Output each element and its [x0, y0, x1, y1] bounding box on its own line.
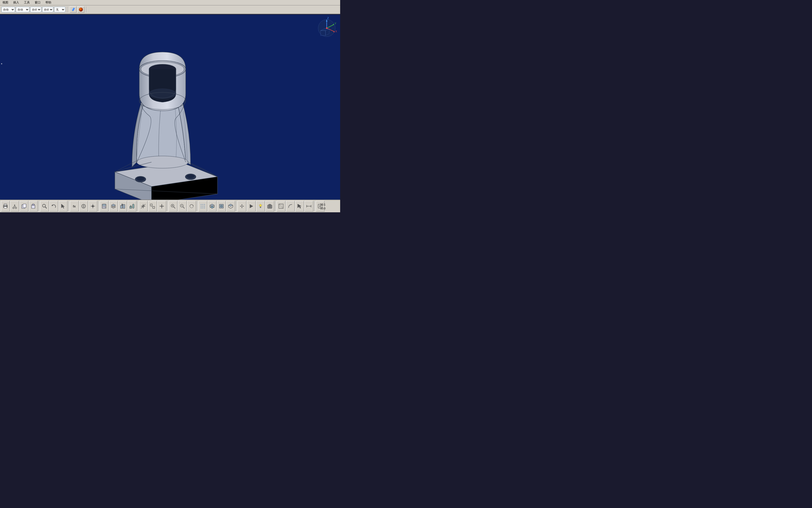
svg-marker-113	[159, 206, 160, 207]
copy-btn[interactable]	[19, 201, 28, 212]
svg-line-143	[231, 207, 233, 208]
auto-select-1[interactable]: 自动	[1, 7, 15, 12]
point-btn[interactable]	[89, 201, 97, 212]
menu-view[interactable]: 视图	[1, 0, 10, 5]
svg-rect-126	[204, 204, 205, 205]
dimension-tool-btn[interactable]	[304, 201, 313, 212]
none-select[interactable]: 无	[54, 7, 65, 12]
menu-insert[interactable]: 插入	[12, 0, 20, 5]
svg-rect-86	[104, 206, 105, 207]
svg-rect-104	[153, 206, 155, 208]
status-sep-2	[68, 201, 69, 211]
status-sep-4	[137, 201, 138, 211]
constraint-btn[interactable]	[286, 201, 295, 212]
feature-btn[interactable]	[118, 201, 127, 212]
lamp-btn[interactable]	[256, 201, 265, 212]
print-btn[interactable]	[1, 201, 10, 212]
grid2-btn[interactable]	[277, 201, 285, 212]
svg-point-53	[326, 28, 327, 29]
cursor-btn[interactable]	[59, 201, 67, 212]
neural-btn[interactable]	[79, 201, 88, 212]
svg-line-163	[279, 205, 282, 208]
viewport[interactable]: *	[0, 15, 340, 200]
move-btn[interactable]	[157, 201, 166, 212]
layers-btn[interactable]	[109, 201, 118, 212]
svg-rect-60	[4, 204, 7, 206]
rotate-btn[interactable]	[187, 201, 196, 212]
assembly-btn[interactable]	[128, 201, 136, 212]
svg-rect-128	[202, 206, 203, 207]
svg-line-142	[229, 207, 231, 208]
animate-btn[interactable]	[247, 201, 255, 212]
svg-point-152	[259, 204, 262, 207]
svg-marker-139	[229, 204, 233, 206]
status-sep-7	[236, 201, 237, 211]
sketch-btn[interactable]	[139, 201, 148, 212]
svg-rect-132	[204, 207, 205, 208]
svg-line-156	[258, 204, 258, 205]
zoom-fit-btn[interactable]	[169, 201, 177, 212]
auto-select-4[interactable]: 自动	[42, 7, 53, 12]
svg-line-66	[15, 205, 15, 207]
svg-marker-97	[130, 205, 132, 207]
svg-point-107	[161, 205, 162, 207]
svg-rect-127	[201, 206, 202, 207]
pointer-tool-btn[interactable]	[295, 201, 304, 212]
view3d-btn[interactable]	[208, 201, 217, 212]
svg-rect-93	[121, 205, 123, 208]
svg-point-3	[79, 8, 83, 11]
sphere-tool-btn[interactable]	[78, 6, 84, 13]
menu-window[interactable]: 窗口	[33, 0, 42, 5]
svg-text:Z: Z	[327, 17, 329, 19]
formula-btn[interactable]: fx	[70, 201, 79, 212]
svg-point-138	[221, 205, 222, 207]
menu-help[interactable]: 帮助	[44, 0, 53, 5]
svg-rect-88	[103, 207, 103, 208]
shading-btn[interactable]	[226, 201, 235, 212]
explode-btn[interactable]	[238, 201, 246, 212]
3d-model-container	[0, 15, 340, 200]
face-view-btn[interactable]	[217, 201, 226, 212]
svg-marker-151	[250, 204, 253, 208]
numbers-display: 10.1 10.0	[320, 203, 326, 210]
svg-line-65	[14, 205, 15, 207]
undo-btn[interactable]	[49, 201, 58, 212]
svg-rect-96	[130, 207, 132, 208]
svg-marker-171	[310, 206, 311, 207]
svg-point-34	[137, 156, 188, 168]
svg-rect-94	[123, 205, 125, 208]
cut-btn[interactable]	[10, 201, 19, 212]
svg-point-160	[269, 206, 271, 207]
svg-line-157	[262, 204, 263, 205]
toolbar-sep-mid	[86, 7, 87, 12]
zoom-out-btn[interactable]	[178, 201, 187, 212]
number-line1: 10.1	[320, 203, 326, 206]
coord-indicator: Z Y X	[316, 17, 335, 37]
svg-marker-146	[243, 206, 244, 207]
svg-point-38	[149, 89, 176, 98]
auto-select-2[interactable]: 自动	[16, 7, 29, 12]
svg-rect-61	[4, 207, 7, 208]
status-sep-3	[98, 201, 99, 211]
auto-select-3[interactable]: 自动	[30, 7, 41, 12]
menu-tools[interactable]: 工具	[22, 0, 31, 5]
calculator-btn[interactable]	[100, 201, 108, 212]
svg-marker-111	[161, 207, 162, 208]
svg-text:Y: Y	[335, 22, 336, 25]
svg-rect-130	[201, 207, 202, 208]
grid-btn[interactable]	[198, 201, 207, 212]
svg-rect-98	[133, 204, 134, 208]
status-sep-1	[39, 201, 39, 211]
svg-rect-131	[202, 207, 203, 208]
toolbar-top: 自动 自动 自动 自动 无	[0, 5, 340, 14]
paste-btn[interactable]	[29, 201, 38, 212]
svg-marker-150	[241, 207, 242, 208]
search-btn[interactable]	[40, 201, 49, 212]
menubar: 视图 插入 工具 窗口 帮助	[0, 0, 340, 5]
pencil-tool-btn[interactable]	[69, 6, 77, 13]
snap-btn[interactable]	[148, 201, 157, 212]
svg-point-78	[92, 205, 94, 207]
svg-rect-161	[269, 204, 271, 205]
camera-btn[interactable]	[266, 201, 274, 212]
number-line2: 10.0	[320, 207, 326, 210]
